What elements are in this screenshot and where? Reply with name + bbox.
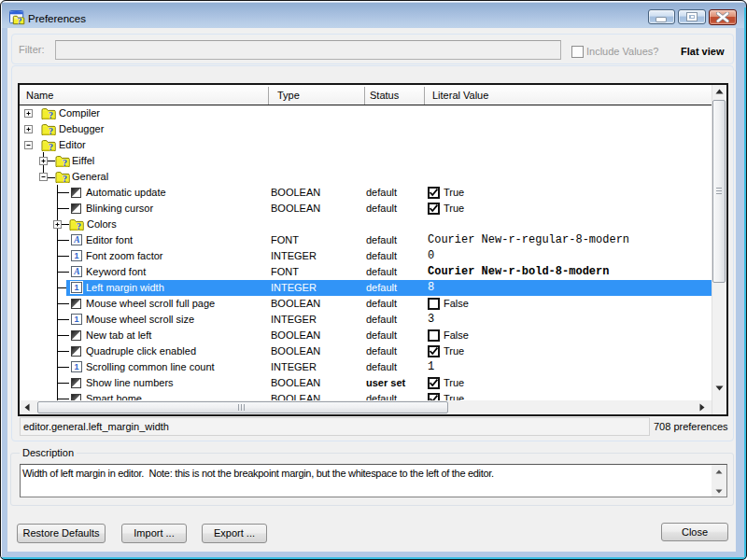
svg-text:?: ? (77, 221, 81, 231)
svg-text:A: A (73, 235, 79, 245)
svg-text:?: ? (49, 126, 53, 136)
svg-text:1: 1 (74, 283, 78, 292)
svg-text:1: 1 (74, 362, 78, 371)
svg-text:1: 1 (74, 315, 78, 324)
svg-text:1: 1 (74, 251, 78, 260)
svg-text:?: ? (49, 142, 53, 152)
svg-text:?: ? (63, 174, 67, 184)
svg-text:?: ? (63, 158, 67, 168)
svg-text:?: ? (18, 16, 22, 25)
svg-text:A: A (73, 267, 79, 276)
svg-text:?: ? (49, 110, 53, 120)
